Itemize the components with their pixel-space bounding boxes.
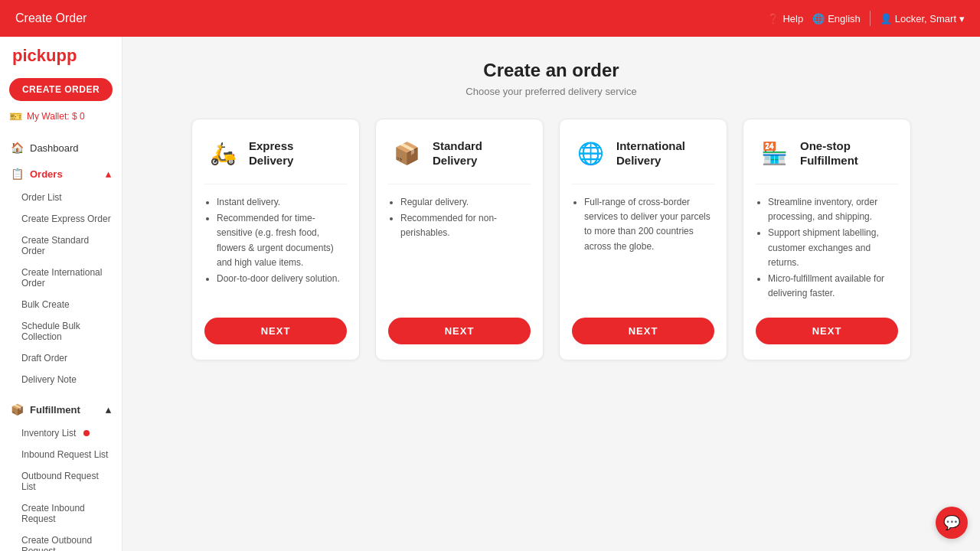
- standard-card-title: StandardDelivery: [433, 139, 482, 168]
- user-menu[interactable]: 👤 Locker, Smart ▾: [880, 13, 965, 24]
- sidebar-item-create-standard[interactable]: Create Standard Order: [0, 230, 122, 262]
- standard-divider: [388, 184, 531, 184]
- page-title: Create Order: [15, 11, 87, 25]
- sidebar-item-bulk-create[interactable]: Bulk Create: [0, 294, 122, 315]
- international-feature-1: Full-range of cross-border services to d…: [584, 195, 714, 254]
- express-feature-1: Instant delivery.: [217, 195, 347, 210]
- fulfillment-submenu: Inventory List Inbound Request List Outb…: [0, 422, 122, 551]
- standard-features: Regular delivery. Recommended for non-pe…: [388, 195, 531, 302]
- wallet-icon: 🎫: [9, 110, 22, 122]
- home-icon: 🏠: [11, 142, 24, 154]
- sidebar-item-draft-order[interactable]: Draft Order: [0, 347, 122, 369]
- international-divider: [572, 184, 714, 184]
- chat-icon: 💬: [943, 514, 960, 531]
- onestop-card-header: 🏪 One-stopFulfillment: [756, 135, 898, 171]
- inventory-badge: [83, 430, 90, 436]
- international-card-header: 🌐 InternationalDelivery: [572, 135, 714, 171]
- onestop-divider: [756, 184, 898, 184]
- sidebar-group-orders[interactable]: 📋 Orders ▴: [0, 161, 122, 187]
- main-title: Create an order: [145, 60, 957, 81]
- express-features: Instant delivery. Recommended for time-s…: [204, 195, 347, 302]
- onestop-card-title: One-stopFulfillment: [800, 139, 858, 168]
- express-feature-2: Recommended for time-sensitive (e.g. fre…: [217, 211, 347, 270]
- onestop-feature-3: Micro-fulfillment available for deliveri…: [768, 272, 898, 301]
- standard-next-button[interactable]: NEXT: [388, 318, 531, 344]
- orders-label: Orders: [30, 168, 63, 180]
- standard-delivery-card: 📦 StandardDelivery Regular delivery. Rec…: [375, 119, 544, 360]
- logo-text: pickupp: [12, 46, 77, 66]
- onestop-features: Streamline inventory, order processing, …: [756, 195, 898, 302]
- fulfillment-label: Fulfillment: [30, 404, 80, 416]
- wallet-row[interactable]: 🎫 My Wallet: $ 0: [0, 107, 122, 129]
- user-icon: 👤: [880, 13, 892, 24]
- orders-icon: 📋: [11, 168, 24, 180]
- sidebar-item-inventory-list[interactable]: Inventory List: [0, 422, 122, 444]
- delivery-cards-row: 🛵 ExpressDelivery Instant delivery. Reco…: [145, 119, 957, 360]
- logo: pickupp: [0, 37, 122, 75]
- international-features: Full-range of cross-border services to d…: [572, 195, 714, 302]
- header-left: Create Order: [15, 11, 87, 25]
- onestop-icon: 🏪: [756, 135, 792, 171]
- standard-icon: 📦: [388, 135, 425, 171]
- onestop-feature-2: Support shipment labelling, customer exc…: [768, 226, 898, 270]
- express-divider: [204, 184, 347, 184]
- standard-card-header: 📦 StandardDelivery: [388, 135, 531, 171]
- international-card-title: InternationalDelivery: [616, 139, 685, 168]
- sidebar-item-create-express[interactable]: Create Express Order: [0, 208, 122, 230]
- sidebar-item-create-international[interactable]: Create International Order: [0, 262, 122, 294]
- international-delivery-card: 🌐 InternationalDelivery Full-range of cr…: [559, 119, 727, 360]
- orders-submenu: Order List Create Express Order Create S…: [0, 187, 122, 390]
- sidebar-item-dashboard[interactable]: 🏠 Dashboard: [0, 135, 122, 161]
- sidebar-item-order-list[interactable]: Order List: [0, 187, 122, 208]
- chevron-down-icon: ▾: [959, 13, 965, 24]
- standard-feature-2: Recommended for non-perishables.: [400, 211, 531, 240]
- globe-icon: 🌐: [812, 13, 825, 24]
- express-next-button[interactable]: NEXT: [204, 318, 347, 344]
- express-feature-3: Door-to-door delivery solution.: [217, 272, 347, 286]
- header-divider: [870, 11, 871, 26]
- layout: pickupp CREATE ORDER 🎫 My Wallet: $ 0 🏠 …: [0, 37, 980, 551]
- fulfillment-icon: 📦: [11, 403, 24, 416]
- onestop-feature-1: Streamline inventory, order processing, …: [768, 195, 898, 224]
- header-right: ❓ Help 🌐 English 👤 Locker, Smart ▾: [767, 11, 965, 26]
- sidebar: pickupp CREATE ORDER 🎫 My Wallet: $ 0 🏠 …: [0, 37, 122, 551]
- sidebar-label-dashboard: Dashboard: [30, 142, 79, 154]
- help-icon: ❓: [767, 13, 779, 24]
- express-icon: 🛵: [204, 135, 241, 171]
- chat-bubble-button[interactable]: 💬: [936, 507, 968, 539]
- international-icon: 🌐: [572, 135, 609, 171]
- sidebar-item-inbound-request[interactable]: Inbound Request List: [0, 444, 122, 465]
- sidebar-item-create-outbound[interactable]: Create Outbound Request: [0, 530, 122, 551]
- sidebar-item-schedule-bulk[interactable]: Schedule Bulk Collection: [0, 315, 122, 347]
- standard-feature-1: Regular delivery.: [400, 195, 531, 210]
- express-card-header: 🛵 ExpressDelivery: [204, 135, 347, 171]
- sidebar-group-fulfillment[interactable]: 📦 Fulfillment ▴: [0, 396, 122, 422]
- sidebar-item-delivery-note[interactable]: Delivery Note: [0, 369, 122, 390]
- create-order-button[interactable]: CREATE ORDER: [9, 78, 113, 101]
- onestop-next-button[interactable]: NEXT: [756, 318, 898, 344]
- main-content: Create an order Choose your preferred de…: [122, 37, 980, 551]
- sidebar-item-create-inbound[interactable]: Create Inbound Request: [0, 497, 122, 530]
- express-delivery-card: 🛵 ExpressDelivery Instant delivery. Reco…: [191, 119, 360, 360]
- main-subtitle: Choose your preferred delivery service: [145, 86, 957, 97]
- help-button[interactable]: ❓ Help: [767, 13, 803, 24]
- express-card-title: ExpressDelivery: [249, 139, 293, 168]
- chevron-up-icon-2: ▴: [106, 404, 111, 416]
- header: Create Order ❓ Help 🌐 English 👤 Locker, …: [0, 0, 980, 37]
- language-selector[interactable]: 🌐 English: [812, 13, 861, 24]
- sidebar-item-outbound-request[interactable]: Outbound Request List: [0, 465, 122, 497]
- onestop-fulfillment-card: 🏪 One-stopFulfillment Streamline invento…: [743, 119, 911, 360]
- chevron-up-icon: ▴: [106, 168, 111, 180]
- international-next-button[interactable]: NEXT: [572, 318, 714, 344]
